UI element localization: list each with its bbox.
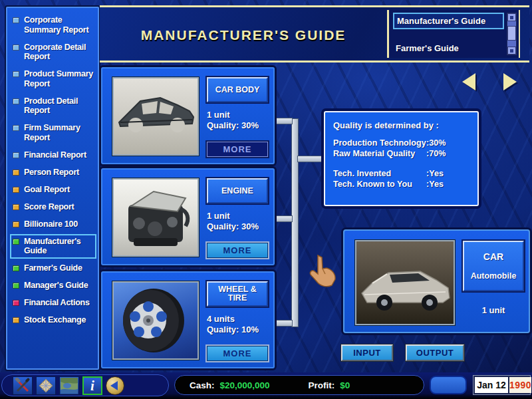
quality-info-title: Quality is determined by : <box>333 120 471 130</box>
sidebar-item-label: Manager's Guide <box>24 281 88 291</box>
page-title: MANUFACTURER'S GUIDE <box>100 27 387 43</box>
scroll-up-button[interactable] <box>507 13 516 21</box>
guide-option-farmers[interactable]: Farmer's Guide <box>393 41 504 55</box>
sidebar-item-label: Goal Report <box>24 185 70 195</box>
quality-info-box: Quality is determined by : Production Te… <box>324 111 479 206</box>
guide-option-manufacturers[interactable]: Manufacturer's Guide <box>393 13 504 29</box>
connector-trunk <box>291 118 299 327</box>
cash-label: Cash: <box>190 380 215 390</box>
info-icon[interactable]: i <box>82 376 102 395</box>
sidebar-item-billionaire-100[interactable]: Billionaire 100 <box>13 219 94 229</box>
connector-carbody <box>274 118 293 124</box>
bullet-icon <box>13 239 19 245</box>
world-map-icon[interactable] <box>59 376 79 395</box>
sidebar-item-label: Billionaire 100 <box>24 219 78 229</box>
guide-scrollbar[interactable] <box>507 13 517 55</box>
next-page-arrow-icon[interactable] <box>503 73 517 90</box>
quality-row-value: :70% <box>426 148 471 159</box>
quality-row-label: Tech. Invented <box>333 168 426 179</box>
bullet-icon <box>13 98 19 104</box>
car-body-more-button[interactable]: MORE <box>207 142 268 157</box>
sidebar-item-label: Manufacturer's Guide <box>24 237 94 256</box>
sidebar-item-label: Farmer's Guide <box>24 263 82 273</box>
bullet-icon <box>13 71 19 77</box>
bullet-icon <box>13 187 19 193</box>
connector-wheeltire <box>274 320 293 327</box>
car-image <box>355 240 455 325</box>
connector-engine <box>274 215 293 222</box>
quality-row-value: :30% <box>426 138 471 148</box>
car-title-button[interactable]: CAR Automobile <box>463 241 524 291</box>
component-card-car-body: CAR BODY 1 unit Quality: 30% MORE <box>101 67 275 164</box>
scroll-thumb[interactable] <box>507 26 516 41</box>
city-blocks-icon[interactable] <box>36 376 56 395</box>
prev-page-arrow-icon[interactable] <box>462 73 475 90</box>
sidebar-item-label: Firm Summary Report <box>24 123 94 142</box>
connector-quality <box>297 156 325 162</box>
sidebar-item-label: Person Report <box>24 168 79 178</box>
bullet-icon <box>13 221 19 227</box>
input-button[interactable]: INPUT <box>341 344 393 361</box>
product-units: 1 unit <box>463 305 524 315</box>
wheel-tire-more-button[interactable]: MORE <box>207 346 268 361</box>
back-icon[interactable] <box>106 376 124 395</box>
pointing-hand-cursor-icon <box>303 254 338 291</box>
profit-value: $0 <box>340 380 350 390</box>
engine-title-button[interactable]: ENGINE <box>207 178 268 203</box>
quality-row-label: Raw Material Quality <box>333 148 426 159</box>
engine-image <box>112 178 199 257</box>
wheel-tire-image <box>112 281 199 360</box>
sidebar-item-firm-summary-report[interactable]: Firm Summary Report <box>13 123 94 142</box>
bullet-icon <box>13 317 19 323</box>
sidebar-item-label: Financial Actions <box>24 298 90 308</box>
sidebar-item-corporate-detail-report[interactable]: Corporate Detail Report <box>13 43 94 62</box>
quality-row-value: :Yes <box>426 168 471 179</box>
header-banner: MANUFACTURER'S GUIDE Manufacturer's Guid… <box>100 5 529 63</box>
sidebar-item-farmer-s-guide[interactable]: Farmer's Guide <box>13 263 94 273</box>
wheel-tire-title-button[interactable]: WHEEL & TIRE <box>207 281 268 307</box>
car-body-image <box>112 77 199 156</box>
sidebar-item-stock-exchange[interactable]: Stock Exchange <box>13 315 94 325</box>
sidebar-item-label: Stock Exchange <box>24 315 86 325</box>
wheel-tire-quality: Quality: 10% <box>207 325 268 335</box>
date-display: Jan 12 1990 <box>473 376 530 394</box>
engine-more-button[interactable]: MORE <box>207 243 268 258</box>
product-card-car: CAR Automobile 1 unit <box>343 229 530 333</box>
output-button[interactable]: OUTPUT <box>406 344 464 361</box>
sidebar-item-corporate-summary-report[interactable]: Corporate Summary Report <box>13 15 94 35</box>
bullet-icon <box>13 170 19 176</box>
sidebar-item-product-summary-report[interactable]: Product Summary Report <box>13 69 94 88</box>
cash-value: $20,000,000 <box>220 380 270 390</box>
sidebar-item-financial-report[interactable]: Financial Report <box>13 150 94 160</box>
bullet-icon <box>13 204 19 210</box>
bullet-icon <box>13 152 19 158</box>
sidebar-item-label: Corporate Summary Report <box>24 15 94 35</box>
sidebar-item-label: Score Report <box>24 202 74 212</box>
car-body-title-button[interactable]: CAR BODY <box>207 77 268 102</box>
sidebar-item-score-report[interactable]: Score Report <box>13 202 94 212</box>
profit-label: Profit: <box>309 380 335 390</box>
car-body-units: 1 unit <box>207 110 268 120</box>
year-value: 1990 <box>509 377 531 393</box>
manufacturers-guide-screen: Corporate Summary ReportCorporate Detail… <box>0 0 532 399</box>
component-card-wheel-tire: WHEEL & TIRE 4 units Quality: 10% MORE <box>101 271 275 368</box>
product-name: CAR <box>483 251 503 262</box>
sidebar-item-manager-s-guide[interactable]: Manager's Guide <box>13 281 94 291</box>
sidebar-item-label: Product Summary Report <box>24 69 94 88</box>
sidebar-item-label: Corporate Detail Report <box>24 43 94 62</box>
bullet-icon <box>13 125 19 131</box>
report-sidebar: Corporate Summary ReportCorporate Detail… <box>6 7 99 370</box>
sidebar-item-product-detail-report[interactable]: Product Detail Report <box>13 96 94 116</box>
sidebar-item-financial-actions[interactable]: Financial Actions <box>13 298 94 308</box>
sidebar-item-goal-report[interactable]: Goal Report <box>13 185 94 195</box>
engine-units: 1 unit <box>207 211 268 221</box>
sidebar-item-manufacturer-s-guide[interactable]: Manufacturer's Guide <box>13 237 94 256</box>
sidebar-item-label: Financial Report <box>24 150 86 160</box>
tools-icon[interactable] <box>13 376 33 395</box>
blank-button[interactable] <box>430 376 467 394</box>
bullet-icon <box>13 17 19 23</box>
sidebar-item-person-report[interactable]: Person Report <box>13 168 94 178</box>
scroll-down-button[interactable] <box>507 47 516 55</box>
guide-selector: Manufacturer's Guide Farmer's Guide <box>387 10 520 58</box>
car-body-quality: Quality: 30% <box>207 120 268 131</box>
